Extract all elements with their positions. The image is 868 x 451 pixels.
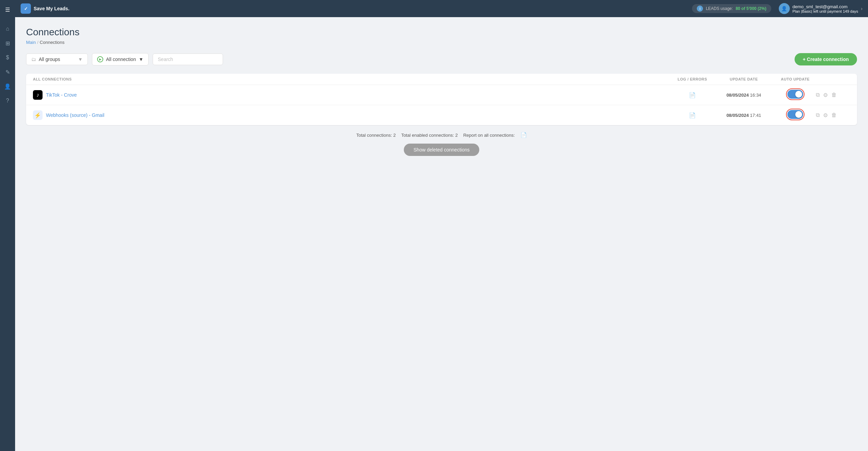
report-label: Report on all connections: [463, 133, 515, 138]
sidebar-help-icon[interactable]: ? [1, 95, 14, 107]
leads-usage-badge: i LEADS usage: 80 of 5'000 (2%) [692, 4, 771, 13]
settings-icon-1[interactable]: ⚙ [823, 92, 828, 98]
logo-icon: ✓ [21, 3, 31, 14]
app-name: Save My Leads. [34, 6, 69, 11]
log-doc-icon-1[interactable]: 📄 [689, 92, 696, 98]
delete-icon-2[interactable]: 🗑 [831, 112, 837, 118]
col-header-update: UPDATE DATE [713, 77, 775, 81]
toggle-thumb-1 [795, 91, 802, 98]
action-icons-1: ⧉ ⚙ 🗑 [816, 92, 850, 98]
app-container: ✓ Save My Leads. i LEADS usage: 80 of 5'… [15, 0, 868, 451]
info-icon: i [697, 5, 703, 12]
hamburger-icon[interactable]: ☰ [1, 3, 14, 16]
tiktok-icon: ♪ [33, 90, 43, 100]
log-doc-icon-2[interactable]: 📄 [689, 112, 696, 118]
auto-update-col-2 [775, 110, 816, 120]
table-header: ALL CONNECTIONS LOG / ERRORS UPDATE DATE… [26, 74, 857, 85]
breadcrumb-current: Connections [40, 40, 64, 45]
total-connections-label: Total connections: 2 [356, 133, 396, 138]
breadcrumb-main[interactable]: Main [26, 40, 36, 45]
folder-icon: 🗂 [31, 57, 36, 62]
log-col-1: 📄 [672, 92, 713, 98]
toggle-thumb-2 [795, 111, 802, 118]
connection-filter-chevron: ▼ [139, 57, 143, 62]
copy-icon-2[interactable]: ⧉ [816, 112, 820, 118]
total-enabled-label: Total enabled connections: 2 [401, 133, 458, 138]
auto-update-col-1 [775, 90, 816, 100]
connection-filter-label: All connection [106, 57, 136, 62]
app-logo: ✓ Save My Leads. [21, 3, 69, 14]
breadcrumb-separator: / [37, 40, 38, 45]
connection-filter[interactable]: ▶ All connection ▼ [92, 53, 149, 65]
sidebar-billing-icon[interactable]: $ [1, 51, 14, 64]
user-section[interactable]: 👤 demo_sml_test@gmail.com Plan |Basic| l… [779, 3, 863, 14]
toggle-track-1 [787, 90, 803, 99]
connection-link-tiktok[interactable]: TikTok - Crove [46, 92, 77, 98]
col-header-log: LOG / ERRORS [672, 77, 713, 81]
group-filter[interactable]: 🗂 All groups ▼ [26, 53, 88, 65]
user-plan: Plan |Basic| left until payment 149 days [793, 9, 858, 13]
play-icon: ▶ [97, 56, 103, 62]
toggle-2[interactable] [787, 110, 803, 119]
settings-icon-2[interactable]: ⚙ [823, 112, 828, 119]
group-filter-label: All groups [39, 57, 60, 62]
group-filter-chevron: ▼ [78, 57, 83, 62]
filters-row: 🗂 All groups ▼ ▶ All connection ▼ + Crea… [26, 53, 857, 65]
update-date-col-1: 08/05/2024 16:34 [713, 92, 775, 98]
sidebar-home-icon[interactable]: ⌂ [1, 23, 14, 35]
copy-icon-1[interactable]: ⧉ [816, 92, 820, 98]
show-deleted-button[interactable]: Show deleted connections [404, 144, 479, 156]
table-row: ⚡ Webhooks (source) - Gmail 📄 08/05/2024… [26, 105, 857, 125]
connection-link-webhook[interactable]: Webhooks (source) - Gmail [46, 112, 104, 118]
sidebar: ☰ ⌂ ⊞ $ ✎ 👤 ? [0, 0, 15, 451]
content-area: Connections Main / Connections 🗂 All gro… [15, 17, 868, 451]
report-doc-icon[interactable]: 📄 [520, 132, 527, 138]
sidebar-edit-icon[interactable]: ✎ [1, 66, 14, 78]
actions-col-2: ⧉ ⚙ 🗑 [816, 112, 850, 119]
connection-name-col-2: ⚡ Webhooks (source) - Gmail [33, 110, 672, 120]
webhook-icon: ⚡ [33, 110, 43, 120]
create-connection-button[interactable]: + Create connection [795, 53, 857, 65]
sidebar-connections-icon[interactable]: ⊞ [1, 37, 14, 49]
footer-summary: Total connections: 2 Total enabled conne… [26, 132, 857, 138]
action-icons-2: ⧉ ⚙ 🗑 [816, 112, 850, 119]
user-avatar: 👤 [779, 3, 790, 14]
toggle-track-2 [787, 110, 803, 119]
user-email: demo_sml_test@gmail.com [793, 4, 858, 9]
leads-usage-value: 80 of 5'000 (2%) [736, 6, 766, 11]
update-date-col-2: 08/05/2024 17:41 [713, 112, 775, 118]
sidebar-user-icon[interactable]: 👤 [1, 80, 14, 93]
breadcrumb: Main / Connections [26, 40, 857, 45]
search-input[interactable] [153, 53, 223, 65]
topbar: ✓ Save My Leads. i LEADS usage: 80 of 5'… [15, 0, 868, 17]
col-header-all-connections: ALL CONNECTIONS [33, 77, 672, 81]
delete-icon-1[interactable]: 🗑 [831, 92, 837, 98]
update-date-1: 08/05/2024 16:34 [726, 93, 761, 98]
actions-col-1: ⧉ ⚙ 🗑 [816, 92, 850, 98]
toggle-1[interactable] [787, 90, 803, 99]
connection-name-col: ♪ TikTok - Crove [33, 90, 672, 100]
user-chevron-icon: › [861, 6, 863, 11]
page-title: Connections [26, 27, 857, 38]
leads-usage-label: LEADS usage: [706, 6, 733, 11]
log-col-2: 📄 [672, 112, 713, 119]
table-row: ♪ TikTok - Crove 📄 08/05/2024 16:34 [26, 85, 857, 105]
update-date-2: 08/05/2024 17:41 [726, 113, 761, 118]
connections-table: ALL CONNECTIONS LOG / ERRORS UPDATE DATE… [26, 74, 857, 125]
col-header-auto-update: AUTO UPDATE [775, 77, 816, 81]
user-info: demo_sml_test@gmail.com Plan |Basic| lef… [793, 4, 858, 13]
